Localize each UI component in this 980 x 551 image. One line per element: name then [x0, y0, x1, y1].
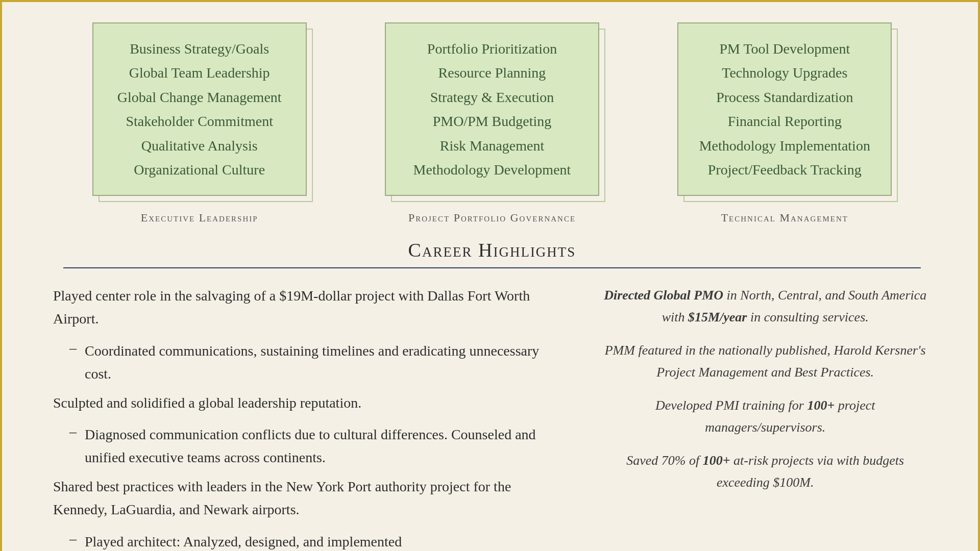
bullet-dash: –	[69, 531, 77, 551]
bold-number: 100+	[807, 398, 835, 413]
skill-item: Methodology Implementation	[699, 135, 870, 157]
highlight-bullet: – Played architect: Analyzed, designed, …	[69, 531, 569, 551]
skill-item: Global Change Management	[117, 86, 282, 108]
box-inner: Portfolio Prioritization Resource Planni…	[385, 22, 599, 196]
skill-item: Qualitative Analysis	[141, 135, 258, 157]
skill-item: Resource Planning	[438, 62, 546, 84]
right-para-1: Directed Global PMO in North, Central, a…	[599, 285, 931, 329]
right-para-2: PMM featured in the nationally published…	[599, 340, 931, 384]
bullet-text: Diagnosed communication conflicts due to…	[85, 423, 569, 469]
section-divider	[63, 267, 921, 268]
boxes-section: Business Strategy/Goals Global Team Lead…	[43, 22, 941, 224]
italic-text: PMM featured in the nationally published…	[605, 343, 926, 380]
box-label-portfolio: Project Portfolio Governance	[408, 211, 576, 224]
career-highlights-title: Career Highlights	[43, 239, 941, 261]
bullet-text: Coordinated communications, sustaining t…	[85, 340, 569, 386]
bullet-dash: –	[69, 340, 77, 386]
skill-item: Financial Reporting	[728, 110, 842, 132]
skill-item: Global Team Leadership	[129, 62, 270, 84]
skill-item: Organizational Culture	[134, 159, 265, 181]
technical-management-column: PM Tool Development Technology Upgrades …	[652, 22, 917, 224]
skill-item: Process Standardization	[716, 86, 853, 108]
bold-amount: $15M/year	[688, 310, 747, 324]
highlight-paragraph: Sculpted and solidified a global leaders…	[53, 392, 569, 415]
skill-item: Business Strategy/Goals	[130, 38, 269, 60]
skill-item: Technology Upgrades	[722, 62, 847, 84]
project-portfolio-box: Portfolio Prioritization Resource Planni…	[385, 22, 599, 196]
executive-leadership-box: Business Strategy/Goals Global Team Lead…	[92, 22, 307, 196]
right-para-3: Developed PMI training for 100+ project …	[599, 395, 931, 439]
skill-item: Portfolio Prioritization	[427, 38, 557, 60]
highlight-paragraph: Played center role in the salvaging of a…	[53, 285, 569, 331]
skill-item: Risk Management	[440, 135, 545, 157]
highlight-paragraph: Shared best practices with leaders in th…	[53, 475, 569, 521]
highlights-right: Directed Global PMO in North, Central, a…	[599, 285, 931, 551]
box-inner: Business Strategy/Goals Global Team Lead…	[92, 22, 307, 196]
career-highlights-section: Career Highlights Played center role in …	[43, 239, 941, 551]
highlight-bullet: – Coordinated communications, sustaining…	[69, 340, 569, 386]
highlights-left: Played center role in the salvaging of a…	[53, 285, 569, 551]
box-inner: PM Tool Development Technology Upgrades …	[677, 22, 892, 196]
technical-management-box: PM Tool Development Technology Upgrades …	[677, 22, 892, 196]
bold-italic-text: Directed Global PMO	[604, 288, 723, 303]
box-label-technical: Technical Management	[721, 211, 848, 224]
skill-item: PMO/PM Budgeting	[433, 110, 552, 132]
bullet-text: Played architect: Analyzed, designed, an…	[85, 531, 402, 551]
skill-item: PM Tool Development	[719, 38, 850, 60]
project-portfolio-column: Portfolio Prioritization Resource Planni…	[359, 22, 625, 224]
bold-number: 100+	[703, 453, 730, 468]
skill-item: Stakeholder Commitment	[126, 110, 273, 132]
skill-item: Project/Feedback Tracking	[708, 159, 862, 181]
skill-item: Methodology Development	[413, 159, 571, 181]
italic-text: Saved 70% of 100+ at-risk projects via w…	[626, 453, 904, 490]
skill-item: Strategy & Execution	[430, 86, 554, 108]
right-para-4: Saved 70% of 100+ at-risk projects via w…	[599, 450, 931, 494]
highlight-bullet: – Diagnosed communication conflicts due …	[69, 423, 569, 469]
bullet-dash: –	[69, 423, 77, 469]
page-wrapper: Business Strategy/Goals Global Team Lead…	[2, 2, 980, 551]
italic-text: Developed PMI training for 100+ project …	[655, 398, 875, 435]
highlights-content: Played center role in the salvaging of a…	[43, 285, 941, 551]
box-label-executive: Executive Leadership	[141, 211, 258, 224]
executive-leadership-column: Business Strategy/Goals Global Team Lead…	[67, 22, 332, 224]
